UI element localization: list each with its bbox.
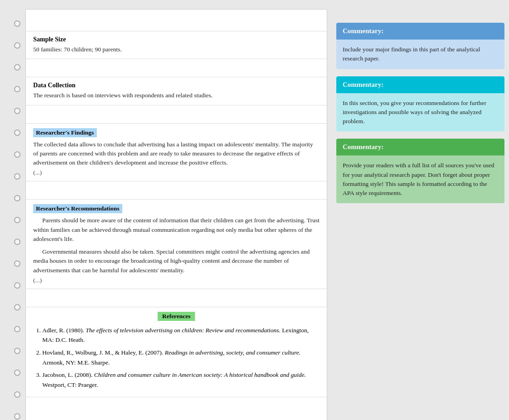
commentary-box-2: Commentary: In this section, you give yo… <box>336 76 504 132</box>
bullet-row <box>9 275 25 296</box>
bullet <box>14 304 20 310</box>
references-container: References <box>33 312 319 325</box>
bullet <box>14 370 20 376</box>
bullet <box>14 173 20 180</box>
bullet <box>14 108 20 114</box>
commentary-box-3: Commentary: Provide your readers with a … <box>336 139 504 203</box>
data-collection-section: Data Collection The research is based on… <box>26 77 327 105</box>
bullet <box>14 151 20 158</box>
bullet-row <box>9 56 25 78</box>
empty-section-4 <box>26 181 327 200</box>
bullet <box>14 348 20 354</box>
ref3-normal2: Westport, CT: Praeger. <box>42 381 98 388</box>
bullet <box>14 86 20 92</box>
bullet-row <box>9 296 25 318</box>
reference-item-2: Hovland, R., Wolburg, J. M., & Haley, E.… <box>42 348 319 367</box>
empty-section-2 <box>26 59 327 77</box>
bullet-row <box>9 35 25 56</box>
bullet-row <box>9 340 25 362</box>
sample-size-title: Sample Size <box>33 36 319 43</box>
commentary-box-1: Commentary: Include your major findings … <box>336 23 504 69</box>
sample-size-text: 50 families: 70 children; 90 parents. <box>33 45 319 54</box>
bullet-row <box>9 209 25 231</box>
right-panel: Commentary: Include your major findings … <box>336 9 504 420</box>
references-section: References Adler, R. (1980). The effects… <box>26 307 327 398</box>
findings-section: Researcher's Findings The collected data… <box>26 124 327 182</box>
ref3-italic: Children and consumer culture in America… <box>94 371 306 378</box>
empty-section-top <box>26 10 327 31</box>
bullet <box>14 282 20 289</box>
sample-size-section: Sample Size 50 families: 70 children; 90… <box>26 31 327 59</box>
empty-section-5 <box>26 289 327 307</box>
bullet-row <box>9 231 25 253</box>
bullet <box>14 326 20 332</box>
bullet-row <box>9 13 25 35</box>
bullet-row <box>9 144 25 165</box>
bullet <box>14 195 20 201</box>
ref1-italic: The effects of television advertising on… <box>85 327 280 334</box>
bullet-row <box>9 78 25 100</box>
ref2-normal1: Hovland, R., Wolburg, J. M., & Haley, E.… <box>42 349 165 356</box>
bullets-column <box>9 9 25 420</box>
references-list: Adler, R. (1980). The effects of televis… <box>33 325 319 390</box>
findings-ellipsis: (...) <box>33 169 319 176</box>
findings-text: The collected data allows to conclude th… <box>33 140 319 168</box>
empty-section-bottom <box>26 397 327 419</box>
reference-item-1: Adler, R. (1980). The effects of televis… <box>42 325 319 345</box>
empty-section-3 <box>26 105 327 124</box>
findings-highlight: Researcher's Findings <box>33 128 97 137</box>
commentary-header-3: Commentary: <box>336 139 504 155</box>
bullet <box>14 391 20 398</box>
bullet <box>14 130 20 136</box>
reference-item-3: Jacobson, L. (2008). Children and consum… <box>42 370 319 390</box>
recommendations-ellipsis: (...) <box>33 277 319 284</box>
bullet-row <box>9 318 25 340</box>
bullet-row <box>9 187 25 209</box>
recommendations-highlight: Researcher's Recommendations <box>33 204 122 213</box>
ref1-normal1: Adler, R. (1980). <box>42 327 85 334</box>
bullet <box>14 260 20 267</box>
references-heading: References <box>158 312 195 321</box>
bullet <box>14 217 20 223</box>
commentary-body-1: Include your major findings in this part… <box>336 40 504 69</box>
bullet-row <box>9 362 25 384</box>
bullet <box>14 20 20 27</box>
recommendations-text2: Governmental measures should also be tak… <box>33 247 319 275</box>
bullet-row <box>9 384 25 405</box>
bullet-row <box>9 165 25 187</box>
data-collection-title: Data Collection <box>33 82 319 89</box>
content-column: Sample Size 50 families: 70 children; 90… <box>25 9 327 420</box>
left-panel: Sample Size 50 families: 70 children; 90… <box>9 9 327 420</box>
commentary-header-1: Commentary: <box>336 23 504 40</box>
data-collection-text: The research is based on interviews with… <box>33 91 319 100</box>
commentary-header-2: Commentary: <box>336 76 504 93</box>
bullet <box>14 239 20 245</box>
bullet-row <box>9 122 25 144</box>
bullet-row <box>9 405 25 420</box>
recommendations-section: Researcher's Recommendations Parents sho… <box>26 200 327 289</box>
bullet <box>14 42 20 49</box>
commentary-body-2: In this section, you give your recommend… <box>336 93 504 132</box>
recommendations-text1: Parents should be more aware of the cont… <box>33 216 319 244</box>
ref3-normal1: Jacobson, L. (2008). <box>42 371 94 378</box>
bullet <box>14 64 20 70</box>
bullet <box>14 413 20 420</box>
commentary-body-3: Provide your readers with a full list of… <box>336 155 504 203</box>
bullet-row <box>9 100 25 122</box>
bullet-row <box>9 253 25 275</box>
ref2-normal2: Armonk, NY: M.E. Sharpe. <box>42 359 110 366</box>
ref2-italic: Readings in advertising, society, and co… <box>165 349 300 356</box>
